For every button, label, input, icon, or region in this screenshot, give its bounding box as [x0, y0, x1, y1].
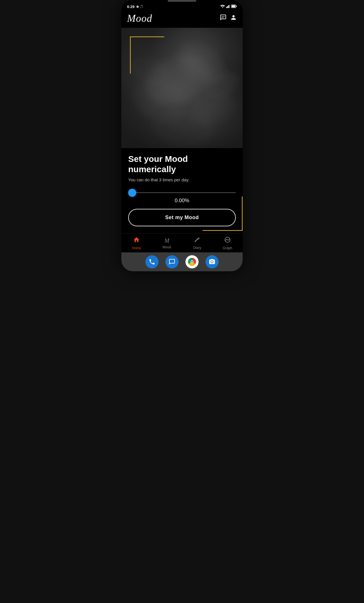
hero-section — [121, 28, 243, 148]
notch — [168, 0, 196, 2]
bottom-nav: Home M Mood Diary Graph — [121, 233, 243, 252]
home-icon — [133, 236, 140, 245]
nav-label-diary: Diary — [193, 246, 201, 250]
messages-app-icon[interactable] — [165, 255, 179, 268]
signal-icon — [226, 5, 230, 9]
status-icons: ⊕ 🎵 — [136, 5, 144, 9]
battery-icon — [231, 5, 237, 9]
header-icons — [220, 14, 237, 23]
main-content: Set your Mood numerically You can do tha… — [121, 148, 243, 231]
wifi-icon — [220, 5, 225, 9]
system-nav-bar — [121, 252, 243, 271]
graph-icon — [224, 236, 231, 245]
mood-slider[interactable] — [128, 192, 236, 193]
nav-label-home: Home — [132, 246, 141, 250]
mood-nav-icon: M — [165, 237, 169, 244]
diary-icon — [194, 237, 200, 245]
svg-rect-7 — [232, 5, 235, 7]
svg-rect-2 — [227, 6, 228, 8]
mood-title: Set your Mood numerically — [128, 154, 236, 174]
gold-bracket-bottom-right — [203, 197, 243, 231]
svg-rect-1 — [226, 7, 227, 8]
nav-item-mood[interactable]: M Mood — [152, 237, 182, 249]
status-right — [220, 5, 237, 9]
svg-point-0 — [222, 7, 223, 8]
svg-rect-3 — [228, 5, 229, 8]
chat-icon[interactable] — [220, 14, 227, 23]
chrome-app-icon[interactable] — [185, 255, 199, 268]
nav-label-mood: Mood — [163, 245, 171, 249]
app-title: Mood — [127, 12, 152, 24]
time-display: 6:29 — [127, 5, 134, 9]
account-icon[interactable] — [230, 14, 237, 23]
status-bar: 6:29 ⊕ 🎵 — [121, 2, 243, 10]
slider-container — [128, 189, 236, 194]
phone-app-icon[interactable] — [145, 255, 159, 268]
svg-rect-6 — [236, 6, 237, 7]
gold-bracket-top — [130, 36, 164, 74]
mood-subtitle: You can do that 3 times per day. — [128, 177, 236, 182]
nav-item-graph[interactable]: Graph — [212, 236, 243, 250]
status-left: 6:29 ⊕ 🎵 — [127, 5, 144, 9]
nav-label-graph: Graph — [223, 246, 232, 250]
phone-frame: 6:29 ⊕ 🎵 — [121, 0, 243, 271]
nav-item-home[interactable]: Home — [121, 236, 152, 250]
app-header: Mood — [121, 10, 243, 28]
svg-rect-4 — [230, 5, 230, 8]
nav-item-diary[interactable]: Diary — [182, 237, 212, 250]
camera-app-icon[interactable] — [205, 255, 219, 268]
